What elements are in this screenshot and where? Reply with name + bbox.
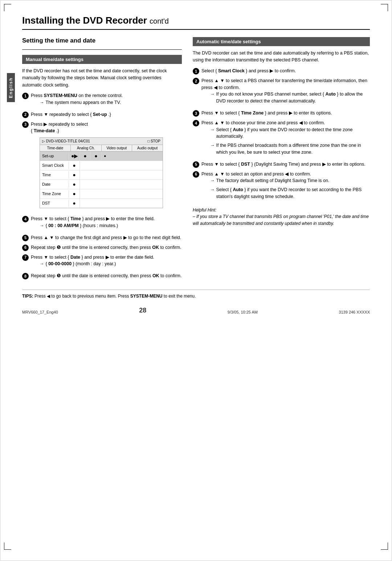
- step-num-2: 2: [22, 112, 29, 118]
- right-step-3: 3 Press ▼ to select { Time Zone } and pr…: [193, 110, 370, 117]
- arrow-symbol-r4a: →: [210, 126, 215, 133]
- col-header-video: Video output: [102, 145, 132, 151]
- menu-row-date: Date ●: [40, 180, 163, 189]
- col-header-audio: Audio output: [132, 145, 163, 151]
- right-step-4-note2-text: If the PBS channel broadcasts from a dif…: [216, 142, 370, 156]
- right-step-num-3: 3: [193, 110, 199, 117]
- step-6-content: Repeat step ❺ until the time is entered …: [31, 244, 182, 251]
- step-num-8: 8: [22, 273, 29, 279]
- step-num-1: 1: [22, 93, 29, 99]
- right-step-num-4: 4: [193, 120, 199, 126]
- arrow-symbol-r6b: →: [210, 186, 215, 193]
- page: English Installing the DVD Recorder cont…: [0, 0, 392, 561]
- arrow-symbol-r4b: →: [210, 142, 215, 149]
- auto-settings-heading: Automatic time/date settings: [193, 37, 370, 46]
- right-step-4-content: Press ▲ ▼ to choose your time zone and p…: [201, 120, 370, 158]
- step-3-content: Press ▶ repeatedly to select{ Time-date …: [31, 121, 182, 213]
- right-step-5-content: Press ▼ to select { DST } (Daylight Savi…: [201, 161, 370, 168]
- divider-left: [22, 49, 182, 50]
- menu-item-smartclock: Smart Clock: [40, 162, 69, 169]
- tips-label: TIPS:: [22, 294, 33, 299]
- right-step-6: 6 Press ▲ ▼ to select an option and pres…: [193, 171, 370, 202]
- left-step-6: 6 Repeat step ❺ until the time is entere…: [22, 244, 182, 251]
- menu-title: ▷ DVD-VIDEO-TITLE 04/C01: [42, 138, 90, 144]
- menu-dot-timezone: ●: [69, 189, 80, 198]
- menu-dot-setup: ●▶: [69, 152, 80, 161]
- menu-item-time: Time: [40, 171, 69, 179]
- right-step-num-5: 5: [193, 161, 199, 168]
- tips-section: TIPS: Press ◀ to go back to previous men…: [22, 290, 370, 299]
- menu-item-dst: DST: [40, 199, 69, 207]
- step-7-note: → { 00-00-0000 } (month : day : year.): [40, 261, 182, 267]
- right-step-6-note2: → Select { Auto } if you want the DVD re…: [210, 186, 370, 200]
- menu-dot-dst: ●: [69, 199, 80, 208]
- right-step-4-note2: → If the PBS channel broadcasts from a d…: [210, 142, 370, 156]
- right-step-6-note1-text: The factory default setting of Daylight …: [216, 177, 330, 184]
- menu-spacer-setup: ●: [102, 152, 163, 160]
- step-num-5: 5: [22, 235, 29, 241]
- right-step-2-note-text: If you do not know your PBS channel numb…: [216, 91, 370, 105]
- arrow-symbol-7: →: [40, 261, 44, 267]
- menu-dot-setup-2: ●: [80, 152, 91, 161]
- helpful-hint-section: Helpful Hint: – If you store a TV channe…: [193, 207, 370, 227]
- right-step-4: 4 Press ▲ ▼ to choose your time zone and…: [193, 120, 370, 158]
- left-section-heading: Setting the time and date: [22, 37, 182, 44]
- left-step-4: 4 Press ▼ to select { Time } and press ▶…: [22, 215, 182, 231]
- right-step-num-1: 1: [193, 68, 199, 74]
- menu-dot-setup-3: ●: [91, 152, 102, 161]
- left-step-3: 3 Press ▶ repeatedly to select{ Time-dat…: [22, 121, 182, 213]
- menu-stop: □ STOP: [147, 138, 160, 144]
- step-1-note: → The system menu appears on the TV.: [40, 99, 182, 106]
- menu-row-time: Time ●: [40, 170, 163, 180]
- page-footer: MRV660_17_Eng40 28 9/3/05, 10:25 AM 3139…: [22, 307, 370, 314]
- menu-row-dst: DST ●: [40, 199, 163, 208]
- menu-row-smartclock: Smart Clock ●: [40, 161, 163, 170]
- step-4-note: → { 00 : 00 AM/PM } (hours : minutes.): [40, 222, 182, 229]
- right-step-3-content: Press ▼ to select { Time Zone } and pres…: [201, 110, 370, 117]
- left-step-8: 8 Repeat step ❺ until the date is entere…: [22, 273, 182, 279]
- right-step-6-note2-text: Select { Auto } if you want the DVD reco…: [216, 186, 370, 200]
- menu-spacer-sc: [80, 165, 163, 166]
- corner-mark-br: [381, 542, 388, 550]
- step-1-note-text: The system menu appears on the TV.: [46, 99, 121, 106]
- right-step-2-note: → If you do not know your PBS channel nu…: [210, 91, 370, 105]
- left-steps-list: 1 Press SYSTEM-MENU on the remote contro…: [22, 92, 182, 279]
- right-step-2-content: Press ▲ ▼ to select a PBS channel for tr…: [201, 77, 370, 107]
- right-step-num-2: 2: [193, 78, 199, 84]
- right-step-1: 1 Select { Smart Clock } and press ▶ to …: [193, 68, 370, 74]
- helpful-hint-text: – If you store a TV channel that transmi…: [193, 213, 370, 227]
- menu-spacer-dst: [80, 203, 163, 204]
- menu-spacer-time: [80, 174, 163, 176]
- arrow-symbol-r2: →: [210, 91, 215, 98]
- step-8-content: Repeat step ❺ until the date is entered …: [31, 273, 182, 279]
- col-header-analog: Analog Ch.: [71, 145, 102, 151]
- right-step-4-note1-text: Select { Auto } if you want the DVD reco…: [216, 126, 370, 140]
- manual-settings-heading: Manual time/date settings: [22, 55, 182, 64]
- page-title: Installing the DVD Recorder cont'd: [22, 15, 370, 30]
- menu-display: ▷ DVD-VIDEO-TITLE 04/C01 □ STOP Time-dat…: [40, 137, 163, 208]
- corner-mark-tr: [381, 4, 388, 11]
- right-step-6-content: Press ▲ ▼ to select an option and press …: [201, 171, 370, 202]
- step-num-4: 4: [22, 216, 29, 222]
- menu-item-setup: Set-up: [40, 152, 69, 160]
- menu-item-date: Date: [40, 181, 69, 188]
- right-intro-text: The DVD recorder can set the time and da…: [193, 50, 370, 64]
- right-step-num-6: 6: [193, 171, 199, 178]
- left-column: Setting the time and date Manual time/da…: [22, 37, 182, 282]
- right-step-1-content: Select { Smart Clock } and press ▶ to co…: [201, 68, 370, 74]
- step-7-note-text: { 00-00-0000 } (month : day : year.): [46, 261, 116, 267]
- corner-mark-bl: [4, 542, 11, 550]
- sidebar-english-label: English: [7, 73, 15, 102]
- menu-col-headers: Time-date Analog Ch. Video output Audio …: [40, 145, 163, 152]
- step-2-content: Press ▼ repeatedly to select { Set-up .}: [31, 111, 182, 118]
- step-1-content: Press SYSTEM-MENU on the remote control.…: [31, 92, 182, 108]
- right-step-5: 5 Press ▼ to select { DST } (Daylight Sa…: [193, 161, 370, 168]
- right-step-4-note1: → Select { Auto } if you want the DVD re…: [210, 126, 370, 140]
- menu-row-timezone: Time Zone ●: [40, 189, 163, 199]
- two-column-layout: Setting the time and date Manual time/da…: [22, 37, 370, 282]
- menu-row-setup: Set-up ●▶ ● ● ●: [40, 152, 163, 161]
- menu-spacer-date: [80, 184, 163, 185]
- right-steps-list: 1 Select { Smart Clock } and press ▶ to …: [193, 68, 370, 202]
- left-step-5: 5 Press ▲ ▼ to change the first digit an…: [22, 234, 182, 241]
- arrow-symbol-4: →: [40, 222, 44, 229]
